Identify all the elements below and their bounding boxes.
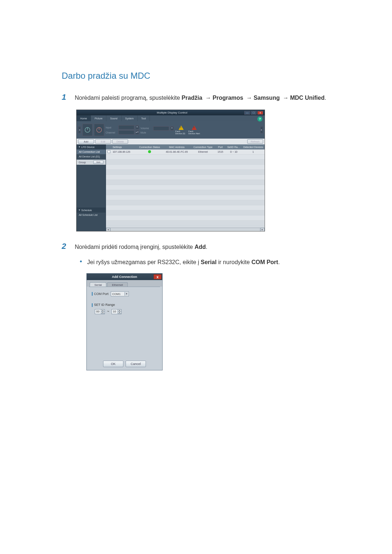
tab-sound[interactable]: Sound [106,115,121,121]
step2-text: Norėdami pridėti rodomą įrenginį, spuste… [75,242,208,251]
mute-label: Mute [140,131,146,134]
tab-ethernet[interactable]: Ethernet [107,282,127,287]
add-connection-dialog: Add Connection x Serial Ethernet COM Por… [86,273,163,370]
range-to-stepper[interactable]: 10 ▴▾ [111,309,122,314]
refresh-button[interactable]: Refresh [247,139,263,144]
step1-text: Norėdami paleisti programą, spustelėkite… [75,93,326,102]
volume-dropdown-icon[interactable]: ▾ [170,126,174,131]
dialog-close-button[interactable]: x [154,274,162,279]
channel-field[interactable] [118,130,134,135]
bullet-text: Jei ryšys užmezgamas per RS232C, eikite … [87,258,280,267]
window-maximize-button[interactable]: □ [251,111,257,115]
col-range: SetID Range [226,146,242,148]
horizontal-scrollbar[interactable]: ◂ ▸ [106,227,265,231]
help-button[interactable]: ? [257,116,262,122]
status-dot-icon [148,150,151,153]
tab-picture[interactable]: Picture [91,115,107,121]
sidebar-schedule-header[interactable]: ▾Schedule [77,208,106,213]
channel-label: Channel [106,131,117,134]
setid-label: SET ID Range [92,303,157,307]
dialog-title: Add Connection [112,275,137,279]
sidebar: ▾LFD Device All Connection List All Devi… [77,144,106,231]
window-minimize-button[interactable]: — [244,111,250,115]
volume-label: Volume [140,127,152,130]
sidebar-all-device[interactable]: All Device List (01) [77,154,106,159]
step2-number: 2 [62,242,75,251]
tab-home[interactable]: Home [77,115,91,121]
delete-button[interactable]: Delete [112,139,128,144]
sidebar-all-schedule[interactable]: All Schedule List [77,213,106,217]
ribbon-next-button[interactable]: ▸ [260,126,263,134]
ribbon-prev-button[interactable]: ◂ [78,126,81,134]
col-detected: Detected Devices [242,146,265,148]
page-title: Darbo pradžia su MDC [62,71,334,81]
power-off-icon[interactable] [94,124,104,136]
window-title: Multiple Display Control [157,111,187,114]
row-checkbox[interactable] [107,150,110,153]
comport-label: COM Port [92,292,109,296]
fault-device-alert-button[interactable]: ! Fault Device Alert [188,124,200,136]
chevron-down-icon: ▾ [124,292,128,296]
tab-system[interactable]: System [122,115,138,121]
range-from-stepper[interactable]: 00 ▴▾ [95,309,105,314]
step1-number: 1 [62,93,75,102]
col-settings: Settings [111,146,136,148]
volume-field[interactable] [153,126,169,131]
tab-serial[interactable]: Serial [90,282,106,287]
col-connection-status: Connection Status [136,146,163,148]
col-mac: MAC Address [163,146,191,148]
group-edit-button[interactable]: Edit [93,160,103,164]
tilde: ~ [107,309,109,313]
scroll-right-button[interactable]: ▸ [260,228,265,231]
scroll-left-button[interactable]: ◂ [106,228,110,231]
input-label: Input [106,126,117,129]
ok-button[interactable]: OK [103,361,123,367]
col-port: Port [215,146,226,148]
edit-button[interactable]: Edit [95,139,111,144]
sidebar-all-connection[interactable]: All Connection List [77,149,106,154]
power-on-icon[interactable] [82,124,93,136]
tab-tool[interactable]: Tool [138,115,150,121]
chevron-down-icon: ▾ [79,145,80,148]
add-button[interactable]: Add [78,139,94,144]
input-field[interactable] [118,125,134,130]
window-close-button[interactable]: x [257,111,263,115]
input-dropdown-icon[interactable]: ▾ [135,125,139,130]
bullet-icon: • [75,258,87,267]
channel-stepper-icon[interactable]: ▴▾ [135,130,139,135]
table-row[interactable]: 107.108.89.126 40-61-86-4E-FC-65 Etherne… [106,149,265,155]
comport-select[interactable]: COM1 ▾ [111,291,129,296]
cancel-button[interactable]: Cancel [126,361,146,367]
sidebar-lfd-header[interactable]: ▾LFD Device [77,144,106,149]
mdc-window: Multiple Display Control — □ x ? Home Pi… [76,110,265,231]
chevron-down-icon: ▾ [79,209,80,212]
group-label: Group [79,161,86,164]
col-type: Connection Type [191,146,215,148]
fault-device-list-button[interactable]: ! Fault Device (0) [175,124,187,136]
